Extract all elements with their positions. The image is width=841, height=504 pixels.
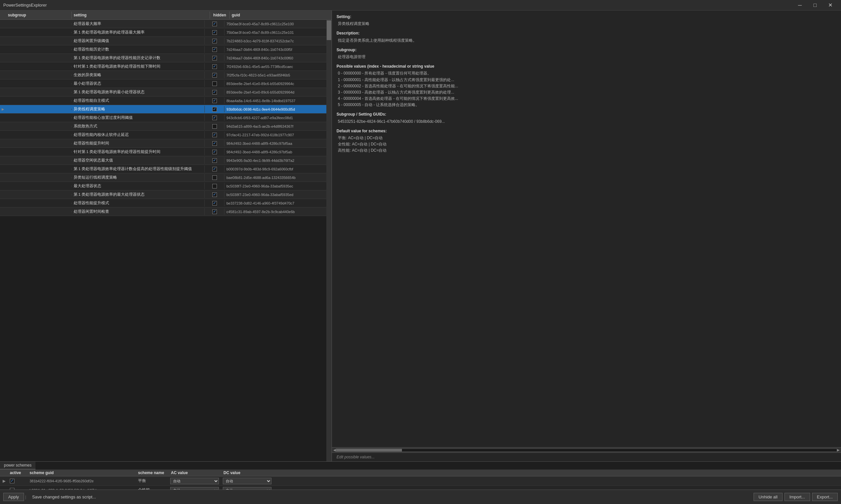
cell-hidden <box>205 183 224 189</box>
table-row[interactable]: 处理器最大频率 75b0ae3f-bce0-45a7-8c89-c9611c25… <box>0 20 326 28</box>
hidden-checkbox[interactable] <box>212 56 217 60</box>
window-controls: ─ □ ✕ <box>792 0 838 11</box>
minimize-button[interactable]: ─ <box>792 0 807 11</box>
table-row[interactable]: 针对第１类处理器电源效率的处理器性能提升时间 984cf492-3bed-448… <box>0 148 326 156</box>
hidden-checkbox[interactable] <box>212 115 217 120</box>
hidden-checkbox[interactable] <box>212 184 217 188</box>
hidden-checkbox[interactable] <box>212 64 217 69</box>
cell-hidden <box>205 166 224 172</box>
table-row[interactable]: 最大处理器状态 bc5038f7-23e0-4960-96da-33abaf59… <box>0 182 326 191</box>
sch-ac-col: AC value <box>169 470 222 475</box>
hidden-checkbox[interactable] <box>212 175 217 180</box>
table-row[interactable]: 针对第１类处理器电源效率的处理器性能下降时间 7f2492b6-60b1-45e… <box>0 62 326 71</box>
possible-value-4: 4 - 00000004 - 首选高效处理器 - 在可能的情况下将强度置到更高效… <box>338 95 836 102</box>
scheme-row[interactable]: ▶ 381b4222-f694-41f0-9685-ff5bb260df2e 平… <box>0 476 841 486</box>
cell-guid: 984cf492-3bed-4488-a8f9-4286c97bf5ab <box>224 149 326 155</box>
cell-guid: 7d24baa7-0b84-480f-840c-1b0743c00f60 <box>224 55 326 61</box>
cell-subgroup <box>6 117 72 119</box>
table-row[interactable]: 处理器性能内核休止软停止延迟 97cfac41-2217-47eb-992d-6… <box>0 131 326 139</box>
table-row[interactable]: 处理器性能提升模式 be337238-0d82-4146-a960-4f3749… <box>0 199 326 208</box>
hidden-checkbox[interactable] <box>212 210 217 214</box>
save-script-button[interactable]: Save changed settings as script... <box>28 493 101 501</box>
cell-setting: 针对第１类处理器电源效率的处理器性能下降时间 <box>72 63 205 70</box>
hidden-checkbox[interactable] <box>212 73 217 77</box>
table-row[interactable]: ▶ 异类线程调度策略 93b8b6dc-0698-4d1c-9ee4-0644e… <box>0 105 326 114</box>
table-row[interactable]: 系统散热方式 94d3a615-a899-4ac5-ae2b-e4d8f6343… <box>0 122 326 131</box>
table-row[interactable]: 第１类处理器电源效率的处理器最大频率 75b0ae3f-bce0-45a7-8c… <box>0 28 326 37</box>
hidden-checkbox[interactable] <box>212 22 217 26</box>
table-header: subgroup setting hidden guid <box>0 11 331 20</box>
scheme-dc-select[interactable]: 自动首选高性能处理器高性能处理器高效处理器首选高效处理器所有处理器 <box>223 478 272 484</box>
table-row[interactable]: 第１类处理器电源效率处理器计数会提高的处理器性能级别提升阈值 b000397d-… <box>0 165 326 173</box>
cell-hidden <box>205 21 224 27</box>
default-value-0: 平衡: AC=自动 | DC=自动 <box>338 135 836 141</box>
cell-hidden <box>205 64 224 70</box>
cell-subgroup <box>6 160 72 161</box>
cell-guid: 93b8b6dc-0698-4d1c-9ee4-0644e900c85d <box>224 107 326 112</box>
cell-hidden <box>205 140 224 146</box>
hidden-checkbox[interactable] <box>212 158 217 163</box>
cell-setting: 第１类处理器电源效率的最大处理器状态 <box>72 191 205 198</box>
cell-setting: 处理器闲置时间检查 <box>72 208 205 215</box>
hidden-checkbox[interactable] <box>212 141 217 146</box>
unhide-all-button[interactable]: Unhide all <box>754 493 783 501</box>
cell-subgroup <box>6 185 72 187</box>
vertical-scrollbar[interactable] <box>326 20 331 461</box>
table-row[interactable]: 处理器性能核心放置过度利用阈值 943c8cb6-6f93-4227-ad87-… <box>0 114 326 122</box>
apply-button[interactable]: Apply <box>3 493 24 501</box>
hidden-checkbox[interactable] <box>212 98 217 103</box>
close-button[interactable]: ✕ <box>823 0 838 11</box>
table-row[interactable]: 处理器性能提升时间 984cf492-3bed-4488-a8f9-4286c9… <box>0 139 326 148</box>
maximize-button[interactable]: □ <box>807 0 823 11</box>
table-row[interactable]: 处理器闲置时间检查 c4581c31-89ab-4597-8e2b-9c9cab… <box>0 208 326 216</box>
hidden-checkbox[interactable] <box>212 133 217 137</box>
settings-table-area: subgroup setting hidden guid 处理器最大频率 75b… <box>0 11 332 461</box>
table-row[interactable]: 处理器性能历史计数 7d24baa7-0b84-480f-840c-1b0743… <box>0 45 326 54</box>
table-row[interactable]: 处理器空闲状态最大值 9943e905-9a30-4ec1-9b99-44dd3… <box>0 156 326 165</box>
horizontal-scrollbar-area[interactable]: ◀ ▶ <box>332 447 841 452</box>
table-row[interactable]: 第１类处理器电源效率的处理器性能历史记录计数 7d24baa7-0b84-480… <box>0 54 326 62</box>
hidden-checkbox[interactable] <box>212 107 217 112</box>
cell-hidden <box>205 192 224 198</box>
hidden-checkbox[interactable] <box>212 30 217 35</box>
scrollbar-thumb[interactable] <box>327 20 331 40</box>
table-row[interactable]: 生效的异类策略 7f2f5cfa-f10c-4823-b5e1-e93ae85f… <box>0 71 326 79</box>
hidden-checkbox[interactable] <box>212 201 217 205</box>
hidden-checkbox[interactable] <box>212 167 217 172</box>
table-row[interactable]: 处理器闲置升级阈值 7b224883-b3cc-4d79-819f-837415… <box>0 37 326 45</box>
scheme-ac-select[interactable]: 自动首选高性能处理器高性能处理器高效处理器首选高效处理器所有处理器 <box>170 478 219 484</box>
table-row[interactable]: 第１类处理器电源效率的最大处理器状态 bc5038f7-23e0-4960-96… <box>0 191 326 199</box>
hidden-checkbox[interactable] <box>212 193 217 197</box>
edit-possible-values[interactable]: Edit possible values... <box>332 452 841 461</box>
cell-hidden <box>205 123 224 129</box>
table-row[interactable]: 处理器性能自主模式 8baa4a8a-14c6-4451-8e8b-14bdbd… <box>0 96 326 105</box>
table-row[interactable]: 第１类处理器电源效率的最小处理器状态 893dee8e-2bef-41e0-89… <box>0 88 326 96</box>
scheme-active-checkbox[interactable] <box>10 479 15 483</box>
table-row[interactable]: 最小处理器状态 893dee8e-2bef-41e0-89c6-b55d0929… <box>0 79 326 88</box>
hidden-checkbox[interactable] <box>212 150 217 154</box>
cell-guid: 75b0ae3f-bce0-45a7-8c89-c9611c25e101 <box>224 30 326 35</box>
scrollbar-track[interactable] <box>336 449 837 452</box>
hidden-col-header: hidden <box>210 12 230 19</box>
scroll-right-btn[interactable]: ▶ <box>837 448 840 452</box>
setting-col-header: setting <box>72 12 210 19</box>
cell-hidden <box>205 114 224 121</box>
default-value-1: 全性能: AC=自动 | DC=自动 <box>338 141 836 147</box>
row-expand-icon[interactable]: ▶ <box>0 107 6 111</box>
hidden-checkbox[interactable] <box>212 124 217 129</box>
hidden-checkbox[interactable] <box>212 82 217 86</box>
cell-hidden <box>205 97 224 104</box>
hidden-checkbox[interactable] <box>212 39 217 43</box>
cell-subgroup <box>6 100 72 102</box>
table-row[interactable]: 异类短运行线程调度策略 bae08b81-2d5e-4688-ad6a-1324… <box>0 173 326 182</box>
h-scrollbar-thumb[interactable] <box>336 449 402 451</box>
hidden-checkbox[interactable] <box>212 47 217 52</box>
import-button[interactable]: Import... <box>785 493 810 501</box>
power-schemes-tab[interactable]: power schemes <box>0 462 35 469</box>
scroll-left-btn[interactable]: ◀ <box>333 448 336 452</box>
export-button[interactable]: Export... <box>812 493 838 501</box>
cell-hidden <box>205 174 224 181</box>
info-setting-value: 异类线程调度策略 <box>337 21 836 27</box>
info-desc-value: 指定是否异类系统上使用副种线程强度策略。 <box>337 37 836 44</box>
hidden-checkbox[interactable] <box>212 90 217 94</box>
